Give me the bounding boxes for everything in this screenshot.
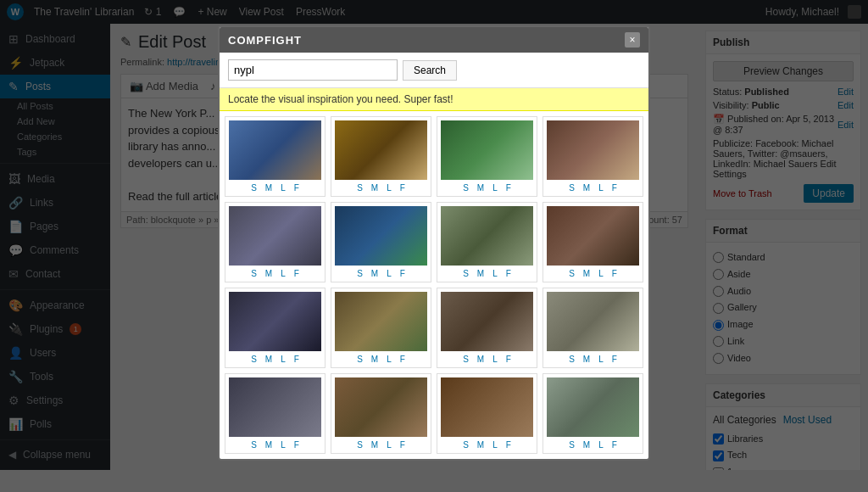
image-thumb-4[interactable]: [547, 120, 639, 180]
size-f-13[interactable]: F: [294, 440, 299, 450]
image-sizes-2: S M L F: [357, 183, 405, 193]
image-thumb-6[interactable]: [335, 206, 427, 266]
size-s-11[interactable]: S: [463, 355, 469, 364]
image-sizes-9: S M L F: [251, 355, 299, 364]
modal-body[interactable]: S M L F S M L F: [220, 111, 648, 459]
image-thumb-5[interactable]: [229, 206, 321, 266]
size-l-8[interactable]: L: [598, 269, 604, 278]
image-thumb-9[interactable]: [229, 292, 321, 351]
size-l-1[interactable]: L: [281, 183, 286, 193]
size-f-6[interactable]: F: [400, 269, 405, 278]
image-cell-8: S M L F: [542, 202, 643, 282]
image-thumb-16[interactable]: [547, 377, 639, 437]
image-cell-14: S M L F: [331, 373, 431, 454]
search-button[interactable]: Search: [403, 60, 457, 81]
size-s-4[interactable]: S: [569, 183, 575, 193]
image-cell-7: S M L F: [437, 202, 537, 282]
image-cell-15: S M L F: [437, 373, 537, 454]
image-sizes-14: S M L F: [357, 440, 405, 450]
size-s-9[interactable]: S: [251, 355, 257, 364]
image-grid: S M L F S M L F: [225, 116, 643, 454]
search-input[interactable]: [228, 59, 398, 81]
size-m-10[interactable]: M: [371, 355, 378, 364]
image-cell-5: S M L F: [225, 202, 326, 282]
size-f-7[interactable]: F: [506, 269, 511, 278]
size-l-14[interactable]: L: [387, 440, 392, 450]
modal-close-btn[interactable]: ×: [625, 32, 640, 48]
size-f-10[interactable]: F: [400, 355, 405, 364]
size-m-12[interactable]: M: [583, 355, 590, 364]
size-s-3[interactable]: S: [463, 183, 469, 193]
size-m-4[interactable]: M: [583, 183, 590, 193]
size-s-1[interactable]: S: [251, 183, 257, 193]
size-m-7[interactable]: M: [477, 269, 484, 278]
size-s-2[interactable]: S: [357, 183, 363, 193]
size-l-16[interactable]: L: [598, 440, 604, 450]
size-m-11[interactable]: M: [477, 355, 484, 364]
size-l-9[interactable]: L: [281, 355, 286, 364]
size-m-8[interactable]: M: [583, 269, 590, 278]
size-f-14[interactable]: F: [400, 440, 405, 450]
size-s-14[interactable]: S: [357, 440, 363, 450]
size-m-1[interactable]: M: [265, 183, 272, 193]
size-s-12[interactable]: S: [569, 355, 575, 364]
image-cell-9: S M L F: [225, 288, 326, 368]
size-f-12[interactable]: F: [612, 355, 617, 364]
size-l-13[interactable]: L: [281, 440, 286, 450]
size-m-13[interactable]: M: [265, 440, 272, 450]
size-m-5[interactable]: M: [265, 269, 272, 278]
image-thumb-3[interactable]: [441, 120, 533, 180]
image-sizes-10: S M L F: [357, 355, 405, 364]
size-m-14[interactable]: M: [371, 440, 378, 450]
image-thumb-13[interactable]: [229, 377, 321, 437]
size-l-7[interactable]: L: [492, 269, 498, 278]
size-f-4[interactable]: F: [612, 183, 617, 193]
size-l-4[interactable]: L: [598, 183, 604, 193]
image-thumb-11[interactable]: [441, 292, 533, 351]
size-l-15[interactable]: L: [492, 440, 498, 450]
size-m-16[interactable]: M: [583, 440, 590, 450]
size-m-3[interactable]: M: [477, 183, 484, 193]
size-l-2[interactable]: L: [387, 183, 392, 193]
size-s-5[interactable]: S: [251, 269, 257, 278]
size-l-3[interactable]: L: [492, 183, 498, 193]
size-f-1[interactable]: F: [294, 183, 299, 193]
size-s-16[interactable]: S: [569, 440, 575, 450]
image-thumb-7[interactable]: [441, 206, 533, 266]
image-thumb-15[interactable]: [441, 377, 533, 437]
size-m-9[interactable]: M: [265, 355, 272, 364]
size-m-6[interactable]: M: [371, 269, 378, 278]
image-thumb-12[interactable]: [547, 292, 639, 351]
compfight-modal: COMPFIGHT × Search Locate the visual ins…: [218, 25, 650, 461]
image-thumb-8[interactable]: [547, 206, 639, 266]
size-s-7[interactable]: S: [463, 269, 469, 278]
size-f-16[interactable]: F: [612, 440, 617, 450]
image-cell-12: S M L F: [542, 288, 643, 368]
size-f-11[interactable]: F: [506, 355, 511, 364]
size-f-2[interactable]: F: [400, 183, 405, 193]
image-sizes-6: S M L F: [357, 269, 405, 278]
size-m-15[interactable]: M: [477, 440, 484, 450]
size-f-15[interactable]: F: [506, 440, 511, 450]
image-thumb-2[interactable]: [335, 120, 427, 180]
size-s-13[interactable]: S: [251, 440, 257, 450]
size-s-15[interactable]: S: [463, 440, 469, 450]
size-f-3[interactable]: F: [506, 183, 511, 193]
size-l-12[interactable]: L: [598, 355, 604, 364]
size-f-5[interactable]: F: [294, 269, 299, 278]
size-f-9[interactable]: F: [294, 355, 299, 364]
size-f-8[interactable]: F: [612, 269, 617, 278]
size-l-11[interactable]: L: [492, 355, 498, 364]
size-s-10[interactable]: S: [357, 355, 363, 364]
image-sizes-11: S M L F: [463, 355, 511, 364]
size-l-10[interactable]: L: [387, 355, 392, 364]
size-s-8[interactable]: S: [569, 269, 575, 278]
image-thumb-1[interactable]: [229, 120, 321, 180]
modal-tagline: Locate the visual inspiration you need. …: [220, 88, 648, 111]
size-m-2[interactable]: M: [371, 183, 378, 193]
size-l-6[interactable]: L: [387, 269, 392, 278]
size-l-5[interactable]: L: [281, 269, 286, 278]
size-s-6[interactable]: S: [357, 269, 363, 278]
image-thumb-10[interactable]: [335, 292, 427, 351]
image-thumb-14[interactable]: [335, 377, 427, 437]
